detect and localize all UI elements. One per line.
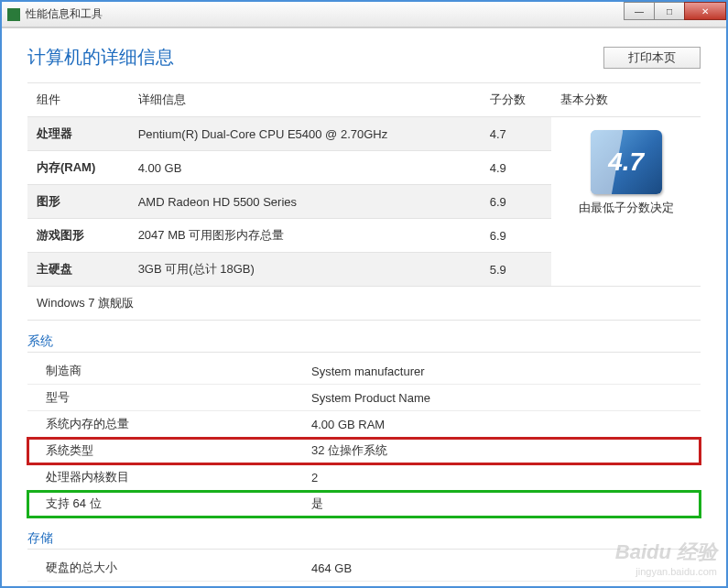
kv-row: 处理器内核数目2: [27, 464, 701, 491]
window-titlebar: 性能信息和工具 — □ ✕: [2, 2, 726, 27]
print-button[interactable]: 打印本页: [603, 47, 701, 69]
section-storage: 存储: [27, 530, 701, 550]
details-cell: 4.00 GB: [129, 151, 481, 185]
table-row: 处理器 Pentium(R) Dual-Core CPU E5400 @ 2.7…: [27, 117, 701, 151]
subscore-cell: 5.9: [481, 253, 551, 287]
component-cell: 图形: [27, 185, 129, 219]
component-cell: 处理器: [27, 117, 129, 151]
subscore-cell: 4.9: [481, 151, 551, 185]
maximize-button[interactable]: □: [654, 2, 685, 20]
window-title: 性能信息和工具: [26, 6, 103, 22]
kv-row: 硬盘的总大小464 GB: [27, 555, 701, 582]
base-score-badge: 4.7: [591, 130, 662, 194]
details-cell: 2047 MB 可用图形内存总量: [129, 219, 481, 253]
page-title: 计算机的详细信息: [27, 45, 174, 70]
col-component: 组件: [27, 83, 129, 117]
component-cell: 游戏图形: [27, 219, 129, 253]
app-icon: [7, 8, 20, 21]
details-cell: 3GB 可用(总计 18GB): [129, 253, 481, 287]
component-cell: 内存(RAM): [27, 151, 129, 185]
base-score-note: 由最低子分数决定: [560, 200, 691, 216]
subscore-cell: 6.9: [481, 219, 551, 253]
subscore-cell: 6.9: [481, 185, 551, 219]
details-cell: Pentium(R) Dual-Core CPU E5400 @ 2.70GHz: [129, 117, 481, 151]
kv-row: 磁盘分区(C:)3 GB 可用(总计 18 GB): [27, 582, 701, 589]
details-cell: AMD Radeon HD 5500 Series: [129, 185, 481, 219]
storage-table: 硬盘的总大小464 GB 磁盘分区(C:)3 GB 可用(总计 18 GB) 磁…: [27, 555, 701, 588]
col-details: 详细信息: [129, 83, 481, 117]
minimize-button[interactable]: —: [624, 2, 655, 20]
kv-row: 制造商System manufacturer: [27, 358, 701, 385]
kv-row: 型号System Product Name: [27, 385, 701, 411]
component-cell: 主硬盘: [27, 253, 129, 287]
col-subscore: 子分数: [481, 83, 551, 117]
edition-row: Windows 7 旗舰版: [27, 287, 701, 321]
subscore-cell: 4.7: [481, 117, 551, 151]
score-table: 组件 详细信息 子分数 基本分数 处理器 Pentium(R) Dual-Cor…: [27, 82, 701, 321]
kv-row: 系统内存的总量4.00 GB RAM: [27, 411, 701, 438]
base-score-cell: 4.7 由最低子分数决定: [551, 117, 701, 287]
col-base: 基本分数: [551, 83, 701, 117]
section-system: 系统: [27, 333, 701, 353]
close-button[interactable]: ✕: [684, 2, 726, 20]
windows-edition: Windows 7 旗舰版: [27, 287, 701, 321]
kv-row-supports-64bit: 支持 64 位是: [27, 491, 701, 517]
kv-row-system-type: 系统类型32 位操作系统: [27, 438, 701, 464]
system-table: 制造商System manufacturer 型号System Product …: [27, 358, 701, 517]
